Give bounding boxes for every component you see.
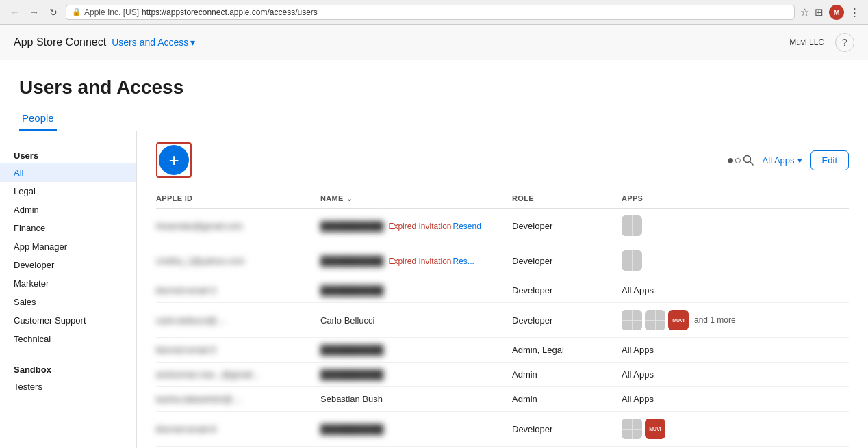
cell-apple-id: anshuman.nas...@gmail... [156, 363, 320, 387]
name-value: Carlo Bellucci [320, 315, 374, 326]
col-header-name[interactable]: NAME ⌄ [320, 189, 512, 209]
table-row: blurred-email-3██████████DeveloperAll Ap… [156, 278, 849, 303]
all-apps-button[interactable]: All Apps ▾ [763, 155, 802, 166]
search-icon: ●○ [727, 153, 742, 168]
sidebar-item-technical[interactable]: Technical [0, 330, 136, 348]
app-icon-muvi-2: MUVI [645, 419, 665, 439]
sidebar-item-developer[interactable]: Developer [0, 256, 136, 274]
address-bar[interactable]: 🔒 Apple Inc. [US] https://appstoreconnec… [66, 5, 795, 20]
cell-apps [622, 209, 849, 243]
app-title: App Store Connect [14, 36, 106, 49]
expired-badge: Expired Invitation [386, 256, 451, 266]
apple-id-value: blurred-email-5 [156, 345, 216, 355]
add-button-wrapper: + [156, 142, 192, 178]
extensions-button[interactable]: ⊞ [815, 6, 824, 18]
sidebar-item-admin[interactable]: Admin [0, 200, 136, 219]
resend-link[interactable]: Resend [453, 222, 481, 231]
bookmark-button[interactable]: ☆ [800, 6, 809, 18]
apple-id-value: carlo.bellucci@.... [156, 315, 227, 326]
chevron-down-icon: ▾ [797, 155, 802, 166]
app-icon-2 [645, 310, 665, 330]
cell-apps: All Apps [622, 338, 849, 363]
sidebar-item-marketer[interactable]: Marketer [0, 274, 136, 293]
page-tabs: People [19, 107, 849, 131]
apple-id-value: blurred-email-3 [156, 285, 216, 295]
sidebar-item-sales[interactable]: Sales [0, 293, 136, 311]
cell-name: ██████████ [320, 412, 512, 447]
page-header: Users and Access People [0, 60, 868, 131]
org-selector[interactable]: Muvi LLC [789, 38, 824, 47]
search-button[interactable]: ●○ [727, 153, 754, 168]
add-user-button[interactable]: + [159, 145, 189, 175]
cell-name: ██████████ [320, 278, 512, 303]
sidebar-item-app-manager[interactable]: App Manager [0, 237, 136, 256]
lock-icon: 🔒 [72, 8, 81, 16]
url-text: https://appstoreconnect.apple.com/access… [142, 8, 318, 17]
back-button[interactable]: ← [8, 5, 22, 19]
help-button[interactable]: ? [835, 33, 854, 52]
sidebar-item-finance[interactable]: Finance [0, 219, 136, 237]
apps-container: MUVIand 1 more [622, 310, 841, 330]
name-value: ██████████ [320, 424, 383, 434]
cell-name: ██████████ Expired InvitationRes... [320, 243, 512, 278]
page-title: Users and Access [19, 77, 183, 98]
users-and-access-nav[interactable]: Users and Access ▾ [112, 37, 195, 48]
cell-apps: All Apps [622, 278, 849, 303]
apps-container-partial: MUVI [622, 419, 841, 439]
cell-role: Admin, Legal [512, 338, 622, 363]
users-table: APPLE ID NAME ⌄ ROLE APPS hinamdar@gmail… [156, 189, 849, 447]
col-header-apps: APPS [622, 189, 849, 209]
name-value: ██████████ [320, 345, 383, 355]
edit-button[interactable]: Edit [810, 150, 849, 170]
search-icon-svg [742, 154, 754, 166]
cell-role: Developer [512, 303, 622, 338]
cell-apps: All Apps [622, 363, 849, 387]
cell-apple-id: blurred-email-5 [156, 338, 320, 363]
forward-button[interactable]: → [27, 5, 41, 19]
table-row: hinamdar@gmail.com██████████ Expired Inv… [156, 209, 849, 243]
cell-apple-id: carlo.bellucci@.... [156, 303, 320, 338]
cell-apple-id: kanha.dabashish@.... [156, 387, 320, 412]
apple-id-value: cristha_1@yahoo.com [156, 256, 245, 266]
org-name: Muvi LLC [789, 38, 824, 47]
sidebar-item-legal[interactable]: Legal [0, 182, 136, 200]
cell-role: Admin [512, 363, 622, 387]
sidebar-item-all[interactable]: All [0, 163, 136, 182]
app-header: App Store Connect Users and Access ▾ Muv… [0, 25, 868, 60]
app-icon-partial-1 [622, 419, 642, 439]
table-row: carlo.bellucci@....Carlo BellucciDevelop… [156, 303, 849, 338]
page-container: Users and Access People Users All Legal … [0, 60, 868, 448]
cell-apps: MUVI [622, 412, 849, 447]
col-header-role: ROLE [512, 189, 622, 209]
cell-apple-id: blurred-email-8 [156, 412, 320, 447]
app-icon-grid [622, 215, 642, 236]
cell-apple-id: hinamdar@gmail.com [156, 209, 320, 243]
sidebar-users-title: Users [0, 145, 136, 163]
apple-id-value: hinamdar@gmail.com [156, 221, 243, 231]
table-row: blurred-email-5██████████Admin, LegalAll… [156, 338, 849, 363]
cell-role: Developer [512, 243, 622, 278]
app-icon-muvi: MUVI [668, 310, 689, 330]
reload-button[interactable]: ↻ [47, 5, 60, 19]
apple-id-value: blurred-email-8 [156, 424, 216, 434]
header-right: Muvi LLC ? [789, 33, 854, 52]
resend-link[interactable]: Res... [453, 256, 474, 266]
cell-role: Developer [512, 278, 622, 303]
apple-id-value: kanha.dabashish@.... [156, 394, 242, 404]
cell-role: Developer [512, 209, 622, 243]
company-badge: Apple Inc. [US] [84, 8, 139, 17]
cell-name: ██████████ Expired InvitationResend [320, 209, 512, 243]
and-more-label: and 1 more [694, 315, 736, 325]
cell-role: Developer [512, 412, 622, 447]
profile-button[interactable]: M [829, 5, 844, 20]
cell-apple-id: blurred-email-3 [156, 278, 320, 303]
expired-badge: Expired Invitation [386, 222, 451, 231]
chevron-down-icon: ▾ [190, 37, 195, 48]
menu-button[interactable]: ⋮ [850, 6, 860, 18]
sidebar-item-testers[interactable]: Testers [0, 378, 136, 396]
tab-people[interactable]: People [19, 107, 57, 131]
table-header-row: APPLE ID NAME ⌄ ROLE APPS [156, 189, 849, 209]
name-value: ██████████ [320, 369, 383, 380]
name-value: ██████████ [320, 221, 383, 231]
sidebar-item-customer-support[interactable]: Customer Support [0, 311, 136, 330]
